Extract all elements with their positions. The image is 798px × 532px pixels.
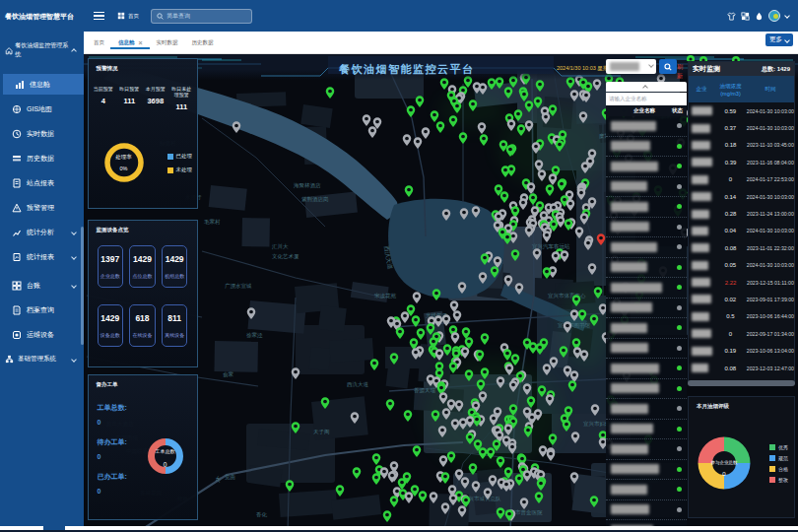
svg-text:党曲: 党曲: [225, 474, 235, 481]
svg-text:紫荆酒店岗: 紫荆酒店岗: [301, 196, 329, 203]
svg-text:毛家村: 毛家村: [204, 219, 221, 226]
svg-text:香源天瑞: 香源天瑞: [414, 387, 436, 394]
svg-text:香化: 香化: [256, 511, 268, 518]
svg-text:俞家: 俞家: [223, 371, 234, 377]
svg-text:天子阁: 天子阁: [313, 429, 330, 435]
svg-text:汇川大: 汇川大: [272, 243, 289, 250]
svg-text:文化艺术厦: 文化艺术厦: [272, 253, 299, 260]
svg-text:宜兴市图书馆: 宜兴市图书馆: [558, 322, 591, 329]
svg-text:宜兴市体育中心: 宜兴市体育中心: [548, 293, 586, 299]
svg-text:徐家泾: 徐家泾: [246, 332, 263, 339]
svg-text:西氿大道: 西氿大道: [347, 381, 369, 388]
svg-text:宋渎花苑: 宋渎花苑: [374, 293, 397, 299]
svg-text:海聚林酒店: 海聚林酒店: [294, 182, 321, 189]
svg-text:广漂水宜城: 广漂水宜城: [225, 283, 252, 290]
